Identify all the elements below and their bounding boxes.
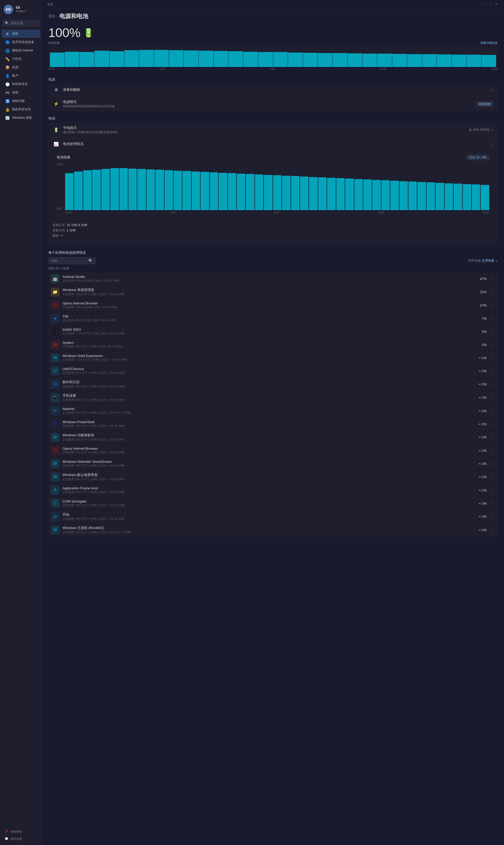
app-row[interactable]: P Windows PowerShell 正在使用: 0% (小于 1 分钟) … <box>48 418 498 430</box>
app-more-button[interactable]: ⋮ <box>489 316 495 321</box>
app-row[interactable]: O Opera Internet Browser 正在使用: 14% (4 分钟… <box>48 299 498 312</box>
app-percent: < 1% <box>476 369 487 373</box>
big-chart-title: 电池电量 <box>57 155 70 160</box>
app-percent: < 1% <box>476 435 487 439</box>
app-row[interactable]: A Application Frame Host 正在使用: 0% (小于 1 … <box>48 484 498 496</box>
app-row[interactable]: O Opera Internet Browser 正在使用: 0% (小于 1 … <box>48 444 498 457</box>
app-name: Windows Defender SmartScreen <box>62 460 476 463</box>
mini-bar <box>288 53 303 67</box>
app-sub: 正在使用: < 1% (小于 1 分钟) | 后台: < 1% (4 分钟) <box>62 358 476 362</box>
app-row[interactable]: W Windows Defender SmartScreen 正在使用: 0% … <box>48 457 498 470</box>
time-range-select[interactable]: 过去 24 小时 <box>466 155 489 160</box>
app-row[interactable]: ✉ 邮件和日历 正在使用: 0% (小于 1 分钟) | 后台: < 1% (2… <box>48 378 498 391</box>
app-more-button[interactable]: ⋮ <box>489 474 495 479</box>
app-row[interactable]: W Windows 功能体验包 正在使用: 0% (小于 1 分钟) | 后台:… <box>48 431 498 444</box>
mini-chart-link[interactable]: 查看详细信息 <box>480 41 498 45</box>
app-icon-glyph: ★ <box>53 316 57 321</box>
app-more-button[interactable]: ⋮ <box>489 461 495 466</box>
app-row[interactable]: N Nahimic 正在使用: 0% (小于 1 分钟) | 后台: < 1% … <box>48 405 498 417</box>
sidebar-item-time[interactable]: 🕐时间和语言 <box>2 80 40 88</box>
close-button[interactable]: ✕ <box>494 2 499 6</box>
get-help-link[interactable]: ❓ 获取帮助 <box>3 828 39 835</box>
app-row[interactable]: C COM Surrogate 正在使用: 0% (小于 1 分钟) | 后台:… <box>48 497 498 510</box>
minimize-button[interactable]: — <box>483 2 487 6</box>
app-percent: 2% <box>476 330 487 334</box>
chevron-down-icon: ∨ <box>491 88 493 92</box>
app-name: UWSTService <box>62 367 476 371</box>
app-more-button[interactable]: ⋮ <box>489 289 495 295</box>
sidebar-item-update[interactable]: 🔄Windows 更新 <box>2 114 40 122</box>
sidebar-item-personalize[interactable]: ✏️个性化 <box>2 55 40 63</box>
app-more-button[interactable]: ⋮ <box>489 448 495 453</box>
power-mode-select[interactable]: 最佳能效均衡最佳性能 <box>476 101 493 107</box>
sidebar-item-bluetooth[interactable]: 🔵蓝牙和其他设备 <box>2 38 40 46</box>
app-more-button[interactable]: ⋮ <box>489 355 495 360</box>
sidebar-item-gaming[interactable]: 🎮游戏 <box>2 89 40 96</box>
big-bar <box>336 178 345 210</box>
screen-sleep-row[interactable]: 🖥 屏幕和睡眠 ∨ <box>48 84 498 96</box>
app-more-button[interactable]: ⋮ <box>489 408 495 413</box>
big-bar <box>74 172 83 210</box>
app-row[interactable]: ⚙ System 正在使用: 0% (小于 1 分钟) | 后台: 1% (7 … <box>48 338 498 351</box>
power-mode-row[interactable]: ⚡ 电源模式 根据电池使用情况和性能来优化此时设备 最佳能效均衡最佳性能 <box>48 96 498 111</box>
big-bar <box>246 174 254 210</box>
battery-card: 🔋 节电模式 通过限制一些通知和后台活动延长电池寿命 在 20% 时开启 ∨ 📈… <box>48 122 498 246</box>
mini-bar <box>243 52 258 67</box>
big-bar <box>228 173 236 210</box>
big-bar <box>156 170 164 210</box>
maximize-button[interactable]: □ <box>489 2 493 6</box>
sidebar-search-input[interactable] <box>11 21 37 25</box>
app-row[interactable]: U UWSTService 正在使用: 0% (小于 1 分钟) | 后台: <… <box>48 365 498 377</box>
app-more-button[interactable]: ⋮ <box>489 527 495 532</box>
app-more-button[interactable]: ⋮ <box>489 303 495 308</box>
battery-usage-row[interactable]: 📈 电池使用情况 ∧ <box>48 138 498 150</box>
app-more-button[interactable]: ⋮ <box>489 276 495 281</box>
sidebar-item-accessibility[interactable]: ♿辅助功能 <box>2 97 40 105</box>
app-more-button[interactable]: ⋮ <box>489 369 495 373</box>
mini-bar <box>452 55 466 67</box>
app-more-button[interactable]: ⋮ <box>489 514 495 519</box>
battery-saver-row[interactable]: 🔋 节电模式 通过限制一些通知和后台活动延长电池寿命 在 20% 时开启 ∨ <box>48 122 498 137</box>
app-row[interactable]: 📁 Windows 资源管理器 正在使用: 2% (小于 1 分钟) | 后台:… <box>48 285 498 298</box>
app-sub: 正在使用: 4% (2 分钟) | 后台: 3% (4 分钟) <box>62 318 476 322</box>
app-percent: 7% <box>476 317 487 320</box>
sidebar-search-box[interactable]: 🔍 <box>3 20 39 26</box>
app-more-button[interactable]: ⋮ <box>489 422 495 426</box>
app-sub: 正在使用: 0% (小于 1 分钟) | 后台: < 1% (2 分钟) <box>62 438 476 442</box>
sidebar-item-system[interactable]: 🖥系统 <box>2 30 40 38</box>
app-row[interactable]: ⊞ 开始 正在使用: 0% (小于 1 分钟) | 后台: < 1% (6 分钟… <box>48 510 498 523</box>
sidebar-item-account[interactable]: 👤账户 <box>2 72 40 80</box>
app-more-button[interactable]: ⋮ <box>489 435 495 440</box>
breadcrumb-parent[interactable]: 系统 <box>48 14 55 19</box>
app-more-button[interactable]: ⋮ <box>489 395 495 400</box>
app-more-button[interactable]: ⋮ <box>489 342 495 347</box>
app-row[interactable]: 📱 手机连接 正在使用: 0% (小于 1 分钟) | 后台: < 1% (5 … <box>48 391 498 404</box>
sidebar-item-privacy[interactable]: 🔒隐私和安全性 <box>2 105 40 113</box>
app-more-button[interactable]: ⋮ <box>489 329 495 334</box>
feedback-link[interactable]: 💬 提供反馈 <box>3 835 39 842</box>
big-chart <box>65 163 489 210</box>
app-name: Opera Internet Browser <box>62 301 476 305</box>
app-row[interactable]: I IntelliJ IDEA 正在使用: < 1% (小于 1 分钟) | 后… <box>48 325 498 338</box>
app-row[interactable]: W Windows Shell Experience 正在使用: < 1% (小… <box>48 351 498 364</box>
app-row[interactable]: 🤖 Android Studio 正在使用: 47% (3 分钟) | 后台: … <box>48 272 498 285</box>
app-search-box[interactable]: 🔍 <box>48 257 95 264</box>
app-more-button[interactable]: ⋮ <box>489 488 495 493</box>
mini-bar <box>124 50 139 67</box>
app-row[interactable]: ★ TIM 正在使用: 4% (2 分钟) | 后台: 3% (4 分钟) 7%… <box>48 312 498 325</box>
app-more-button[interactable]: ⋮ <box>489 501 495 506</box>
sidebar-item-label: 隐私和安全性 <box>12 107 31 112</box>
sort-dropdown[interactable]: 排序依据 总用电量 ∨ <box>468 259 498 263</box>
sidebar-item-network[interactable]: 🌐网络和 Internet <box>2 47 40 55</box>
app-list-title: 每个应用的电池使用情况 <box>48 250 86 255</box>
big-bar <box>327 178 336 210</box>
app-row[interactable]: W Windows 主进程 (Rundll32) 正在使用: 0% (小于 1 … <box>48 524 498 536</box>
big-bar <box>472 184 480 210</box>
app-more-button[interactable]: ⋮ <box>489 382 495 387</box>
mini-bar <box>65 52 79 67</box>
app-search-input[interactable] <box>51 259 87 263</box>
big-bar <box>237 174 245 210</box>
app-row[interactable]: W Windows 默认锁屏界面 正在使用: 0% (小于 1 分钟) | 后台… <box>48 471 498 483</box>
user-profile[interactable]: EB EB 本地账户 <box>0 2 42 17</box>
sidebar-item-apps[interactable]: 📦应用 <box>2 63 40 71</box>
